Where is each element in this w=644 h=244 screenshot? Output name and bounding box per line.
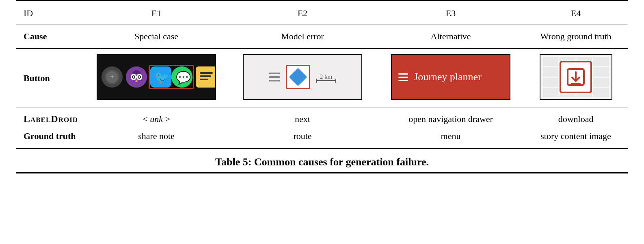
button-e1-cell: +: [85, 49, 227, 108]
button-e2: 2 km: [243, 54, 362, 100]
button-e3-cell: Journey planner: [378, 49, 524, 108]
svg-rect-20: [200, 75, 211, 77]
cause-e1: Special case: [85, 25, 227, 49]
cause-row: Cause Special case Model error Alternati…: [16, 25, 628, 49]
button-e4-cell: [524, 49, 628, 108]
ground-truth-label: Ground truth: [16, 128, 85, 148]
cause-e4: Wrong ground truth: [524, 25, 628, 49]
button-row: Button +: [16, 49, 628, 108]
button-label: Button: [16, 49, 85, 108]
svg-text:💬: 💬: [176, 71, 191, 85]
whatsapp-icon: 💬: [171, 66, 192, 88]
header-e4: E4: [524, 0, 628, 25]
e1-app-bar: +: [97, 55, 215, 99]
button-e4: [540, 54, 612, 100]
ground-truth-e4: story content image: [524, 128, 628, 148]
labeldroid-e1-unk: unk: [150, 114, 163, 124]
e2-route-btn: 2 km: [244, 55, 361, 99]
svg-text:+: +: [110, 73, 114, 81]
e3-hamburger-icon: [398, 73, 408, 81]
distance-ruler: [316, 80, 336, 81]
route-diamond-icon: [289, 68, 307, 86]
ground-truth-e1: share note: [85, 128, 227, 148]
button-e3: Journey planner: [391, 54, 510, 100]
svg-point-9: [138, 76, 140, 78]
ground-truth-e3: menu: [378, 128, 524, 148]
svg-rect-19: [200, 72, 213, 74]
header-id: ID: [16, 0, 85, 25]
cause-label: Cause: [16, 25, 85, 49]
owl-icon: [126, 66, 147, 88]
cause-e2: Model error: [227, 25, 378, 49]
labeldroid-e2: next: [227, 108, 378, 128]
caption-row: Table 5: Common causes for generation fa…: [16, 148, 628, 173]
header-e3: E3: [378, 0, 524, 25]
labeldroid-e4: download: [524, 108, 628, 128]
table-caption: Table 5: Common causes for generation fa…: [16, 148, 628, 173]
button-e1: +: [97, 54, 216, 100]
header-e1: E1: [85, 0, 227, 25]
journey-planner-label: Journey planner: [414, 71, 482, 83]
twitter-icon: 🐦: [150, 66, 171, 88]
chat-icon: +: [102, 66, 123, 88]
button-e2-cell: 2 km: [227, 49, 378, 108]
svg-rect-21: [200, 79, 208, 80]
ruler-line: [316, 80, 336, 81]
twitter-whatsapp-group: 🐦 💬: [150, 66, 192, 88]
e4-download-btn: [540, 55, 612, 99]
svg-text:🐦: 🐦: [154, 70, 170, 85]
labeldroid-e1: < unk >: [85, 108, 227, 128]
download-icon-box: [560, 61, 592, 93]
e3-journey-btn: Journey planner: [392, 55, 510, 99]
labeldroid-row: LabelDroid < unk > next open navigation …: [16, 108, 628, 128]
cause-e3: Alternative: [378, 25, 524, 49]
table-header-row: ID E1 E2 E3 E4: [16, 0, 628, 25]
notes-icon: [196, 66, 216, 88]
labeldroid-label: LabelDroid: [16, 108, 85, 128]
header-e2: E2: [227, 0, 378, 25]
route-icon-box: [286, 65, 310, 89]
distance-label: 2 km: [316, 73, 336, 81]
labeldroid-e3: open navigation drawer: [378, 108, 524, 128]
svg-point-8: [133, 76, 134, 78]
hamburger-icon: [269, 73, 280, 81]
ground-truth-e2: route: [227, 128, 378, 148]
ground-truth-row: Ground truth share note route menu story…: [16, 128, 628, 148]
download-arrow-icon: [566, 67, 586, 87]
